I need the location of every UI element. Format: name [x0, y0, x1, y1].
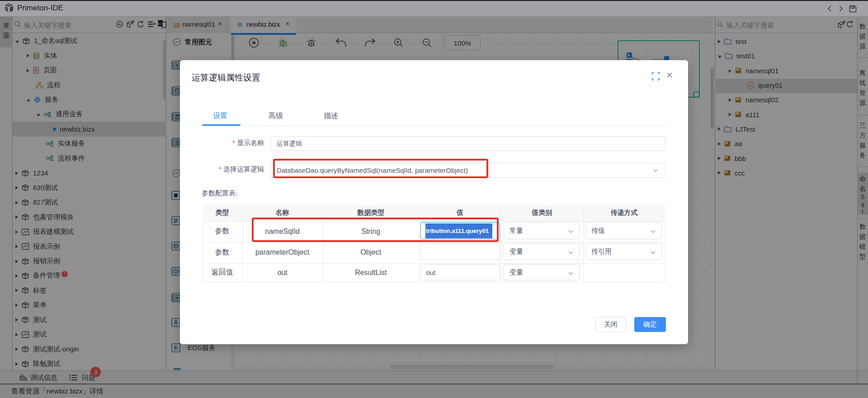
svg-text:AI: AI: [118, 23, 121, 26]
svg-text:R: R: [175, 321, 177, 324]
svg-text:En: En: [158, 22, 163, 26]
svg-text:E: E: [175, 346, 177, 350]
